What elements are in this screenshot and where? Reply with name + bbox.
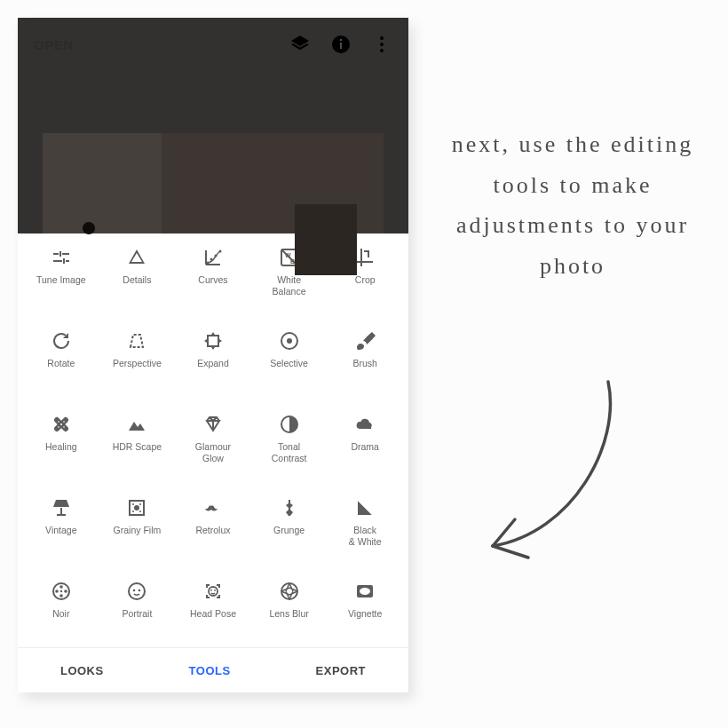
- svg-point-24: [134, 505, 139, 510]
- svg-point-37: [133, 590, 136, 592]
- svg-point-41: [214, 590, 216, 592]
- face-icon: [125, 580, 148, 603]
- tool-label: Curves: [198, 274, 227, 285]
- svg-point-40: [210, 590, 212, 592]
- svg-point-32: [59, 595, 63, 598]
- landscape-icon: [125, 413, 148, 436]
- svg-point-20: [63, 422, 65, 423]
- app-screenshot: OPEN Tune Image: [18, 18, 408, 692]
- cloud-icon: [353, 413, 376, 436]
- tool-head-pose[interactable]: Head Pose: [175, 580, 251, 647]
- tool-label: Lens Blur: [269, 608, 308, 619]
- tool-label: Expand: [197, 358, 229, 368]
- tool-selective[interactable]: Selective: [251, 329, 328, 397]
- svg-point-26: [139, 503, 141, 505]
- tools-panel: Tune Image Details Curves WB White Balan…: [18, 233, 408, 647]
- lamp-icon: [50, 496, 73, 519]
- svg-point-38: [138, 590, 141, 592]
- open-button[interactable]: OPEN: [34, 37, 74, 52]
- contrast-icon: [278, 413, 301, 436]
- tool-label: Drama: [351, 441, 379, 452]
- guitar-icon: [278, 496, 301, 519]
- tab-tools[interactable]: TOOLS: [189, 664, 231, 677]
- diamond-icon: [202, 413, 225, 436]
- tool-label: Details: [123, 274, 151, 285]
- expand-icon: [202, 329, 225, 352]
- tool-label: Portrait: [122, 608, 152, 619]
- svg-point-31: [59, 586, 63, 590]
- svg-point-44: [360, 588, 370, 595]
- tool-vintage[interactable]: Vintage: [23, 496, 99, 564]
- arrow-icon: [466, 373, 644, 577]
- svg-point-18: [58, 422, 59, 423]
- layers-icon[interactable]: [289, 34, 311, 55]
- film-reel-icon: [50, 580, 73, 603]
- tool-label: Vintage: [45, 525, 76, 535]
- svg-point-14: [287, 338, 292, 344]
- tool-black-white[interactable]: Black & White: [327, 496, 403, 564]
- tool-noir[interactable]: Noir: [23, 580, 99, 647]
- tool-hdr-scape[interactable]: HDR Scape: [99, 413, 176, 480]
- tool-grunge[interactable]: Grunge: [251, 496, 328, 564]
- svg-point-25: [132, 503, 134, 505]
- tool-glamour-glow[interactable]: Glamour Glow: [175, 413, 251, 480]
- tool-lens-blur[interactable]: Lens Blur: [251, 580, 328, 647]
- svg-point-39: [209, 587, 218, 596]
- tool-portrait[interactable]: Portrait: [99, 580, 176, 647]
- curves-icon: [202, 246, 225, 269]
- black-white-icon: [353, 496, 376, 519]
- tool-label: Tune Image: [36, 274, 86, 285]
- head-pose-icon: [202, 580, 225, 603]
- tool-details[interactable]: Details: [99, 246, 176, 313]
- tool-label: Black & White: [349, 525, 382, 546]
- more-icon[interactable]: [371, 34, 392, 55]
- aperture-icon: [278, 580, 301, 603]
- tool-healing[interactable]: Healing: [23, 413, 99, 480]
- tool-expand[interactable]: Expand: [175, 329, 251, 397]
- tool-perspective[interactable]: Perspective: [99, 329, 176, 397]
- tool-label: Head Pose: [190, 608, 236, 619]
- tool-label: Rotate: [47, 358, 75, 368]
- tool-label: Noir: [52, 608, 69, 619]
- tool-curves[interactable]: Curves: [175, 246, 251, 313]
- svg-point-28: [139, 510, 141, 512]
- tool-rotate[interactable]: Rotate: [23, 329, 99, 397]
- tool-vignette[interactable]: Vignette: [327, 580, 403, 647]
- perspective-icon: [125, 329, 148, 352]
- tool-label: Tonal Contrast: [272, 441, 307, 463]
- svg-point-34: [64, 590, 67, 594]
- svg-rect-1: [340, 43, 342, 49]
- svg-text:W: W: [285, 252, 291, 258]
- tool-brush[interactable]: Brush: [327, 329, 403, 397]
- tool-grainy-film[interactable]: Grainy Film: [99, 496, 176, 564]
- tool-label: HDR Scape: [113, 441, 162, 452]
- tool-label: Perspective: [113, 358, 162, 368]
- film-icon: [125, 496, 148, 519]
- svg-point-2: [340, 39, 343, 42]
- svg-point-4: [380, 43, 384, 46]
- tool-label: Grunge: [273, 525, 305, 535]
- tool-tune-image[interactable]: Tune Image: [23, 246, 99, 313]
- svg-point-5: [380, 49, 384, 52]
- tool-label: Healing: [45, 441, 77, 452]
- tool-retrolux[interactable]: Retrolux: [175, 496, 251, 564]
- tab-looks[interactable]: LOOKS: [60, 664, 104, 677]
- selective-icon: [278, 329, 301, 352]
- tool-label: Grainy Film: [114, 525, 162, 535]
- tool-tonal-contrast[interactable]: Tonal Contrast: [251, 413, 328, 480]
- tool-drama[interactable]: Drama: [327, 413, 403, 480]
- svg-point-3: [380, 36, 384, 40]
- tool-label: Glamour Glow: [195, 441, 231, 463]
- tab-export[interactable]: EXPORT: [316, 664, 366, 677]
- svg-point-17: [60, 423, 62, 425]
- svg-point-42: [281, 583, 297, 599]
- healing-icon: [50, 413, 73, 436]
- svg-point-19: [63, 427, 65, 429]
- sliders-icon: [50, 246, 73, 269]
- tool-label: Crop: [355, 274, 376, 285]
- svg-point-27: [132, 510, 134, 512]
- info-icon[interactable]: [330, 34, 352, 55]
- mustache-icon: [202, 496, 225, 519]
- rotate-icon: [50, 329, 73, 352]
- svg-point-33: [55, 590, 59, 594]
